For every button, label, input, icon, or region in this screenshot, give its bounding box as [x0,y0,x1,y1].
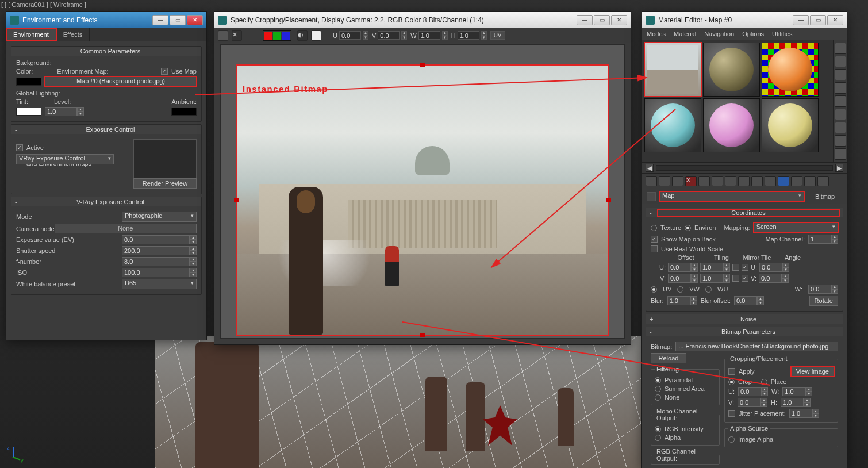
crop-u-spinner[interactable]: ▲▼ [738,387,768,396]
v-tiling-spinner[interactable]: ▲▼ [700,274,730,283]
jitter-checkbox[interactable] [728,410,735,417]
reset-map-icon[interactable]: ✕ [685,176,697,186]
crop-handle-left[interactable] [234,198,239,202]
show-in-viewport-icon[interactable] [751,176,763,186]
sample-scrollbar[interactable]: ◀ ▶ [642,162,847,174]
alpha-image-radio[interactable] [728,436,735,443]
crop-frame[interactable]: Instanced Bitmap [237,66,608,335]
view-image-button[interactable]: View Image [791,366,834,377]
select-by-material-icon[interactable] [835,135,846,147]
make-preview-icon[interactable] [835,109,846,120]
tab-effects[interactable]: Effects [56,28,90,41]
backlight-icon[interactable] [835,56,846,67]
menu-material[interactable]: Material [674,30,696,37]
camera-node-button[interactable]: None [55,224,197,233]
blur-offset-input[interactable] [734,296,757,305]
material-map-nav-icon[interactable] [835,148,846,160]
v-tile-checkbox[interactable] [742,275,748,282]
crop-v-spinner[interactable]: ▲▼ [738,398,767,407]
mapping-dropdown[interactable]: Screen [754,223,838,233]
rollout-toggle[interactable]: - [15,126,23,133]
environ-radio[interactable] [685,225,691,231]
background-icon[interactable] [835,69,846,80]
sample-slot-3[interactable] [762,43,819,97]
pick-material-icon[interactable] [804,176,816,186]
h-field[interactable]: H1.0▲▼ [451,31,487,40]
map-channel-spinner[interactable]: ▲▼ [808,235,838,244]
u-field[interactable]: U0.0▲▼ [333,31,368,40]
ambient-swatch[interactable] [171,108,197,116]
u-offset-spinner[interactable]: ▲▼ [668,263,698,272]
make-unique-icon[interactable] [712,176,723,186]
maximize-button[interactable]: ▭ [170,15,186,25]
maximize-button[interactable]: ▭ [594,15,610,25]
put-to-library-icon[interactable] [725,176,736,186]
active-checkbox[interactable] [16,144,23,151]
print-icon[interactable] [218,30,228,41]
titlebar[interactable]: Environment and Effects — ▭ ✕ [6,12,206,28]
v-mirror-checkbox[interactable] [732,275,739,282]
iso-input[interactable] [122,268,190,277]
red-channel-icon[interactable] [264,32,272,40]
maximize-button[interactable]: ▭ [810,15,826,25]
reload-button[interactable]: Reload [651,353,686,363]
render-preview-button[interactable]: Render Preview [133,178,197,189]
jitter-spinner[interactable]: ▲▼ [789,409,819,418]
v-field[interactable]: V0.0▲▼ [372,31,407,40]
blur-spinner[interactable]: ▲▼ [667,296,697,305]
map-name-dropdown[interactable]: Map [659,191,804,202]
sample-type-icon[interactable] [835,43,846,54]
u-offset-input[interactable] [668,263,691,272]
menu-utilities[interactable]: Utilities [772,30,792,37]
alpha-channel-icon[interactable]: ◐ [297,30,308,41]
go-forward-icon[interactable] [791,176,802,186]
bitmap-path-button[interactable]: ... Francis new Book\Chapter 5\Backgroun… [675,342,838,351]
show-end-result-icon[interactable] [765,176,776,186]
fnumber-input[interactable] [122,257,190,266]
scroll-left-icon[interactable]: ◀ [646,164,654,172]
real-world-checkbox[interactable] [651,245,658,252]
h-input[interactable]: 1.0 [458,31,479,40]
close-button[interactable]: ✕ [827,15,843,25]
titlebar[interactable]: Specify Cropping/Placement, Display Gamm… [214,12,631,28]
sample-uv-icon[interactable] [835,82,846,94]
rollout-toggle[interactable]: - [15,198,23,205]
w-angle-spinner[interactable]: ▲▼ [808,285,838,294]
filter-summed-radio[interactable] [655,386,661,392]
crop-handle-top[interactable] [420,63,425,67]
u-angle-input[interactable] [759,263,782,272]
v-offset-spinner[interactable]: ▲▼ [668,274,698,283]
mono-alpha-radio[interactable] [655,435,661,441]
tab-environment[interactable]: Environment [6,28,56,41]
background-color-swatch[interactable] [16,78,41,86]
apply-checkbox[interactable] [728,368,735,375]
material-id-icon[interactable] [738,176,750,186]
texture-radio[interactable] [651,225,657,231]
shutter-input[interactable] [122,246,190,255]
crop-handle-bottom[interactable] [420,333,425,337]
crop-w-input[interactable] [782,387,805,396]
crop-w-spinner[interactable]: ▲▼ [782,387,812,396]
use-map-checkbox[interactable] [161,68,168,75]
w-angle-input[interactable] [808,285,831,294]
put-to-scene-icon[interactable] [659,176,670,186]
wu-radio[interactable] [705,286,712,293]
w-input[interactable]: 1.0 [418,31,440,40]
show-map-on-back-checkbox[interactable] [651,236,658,243]
close-icon[interactable]: ✕ [232,30,242,41]
more-icon[interactable] [817,176,829,186]
ev-spinner[interactable]: ▲▼ [122,235,197,244]
mode-dropdown[interactable]: Photographic [122,212,197,222]
options-icon[interactable] [835,122,846,133]
rgb-channel-swatches[interactable] [263,30,291,41]
rollout-toggle[interactable]: + [650,316,658,323]
level-spinner[interactable]: ▲▼ [45,107,84,116]
shutter-spinner[interactable]: ▲▼ [122,246,197,255]
close-button[interactable]: ✕ [187,15,203,25]
u-input[interactable]: 0.0 [339,31,361,40]
mono-channel-icon[interactable] [311,30,321,41]
get-material-icon[interactable] [646,176,657,186]
jitter-input[interactable] [789,409,812,418]
blur-input[interactable] [667,296,690,305]
wb-dropdown[interactable]: D65 [122,279,197,289]
